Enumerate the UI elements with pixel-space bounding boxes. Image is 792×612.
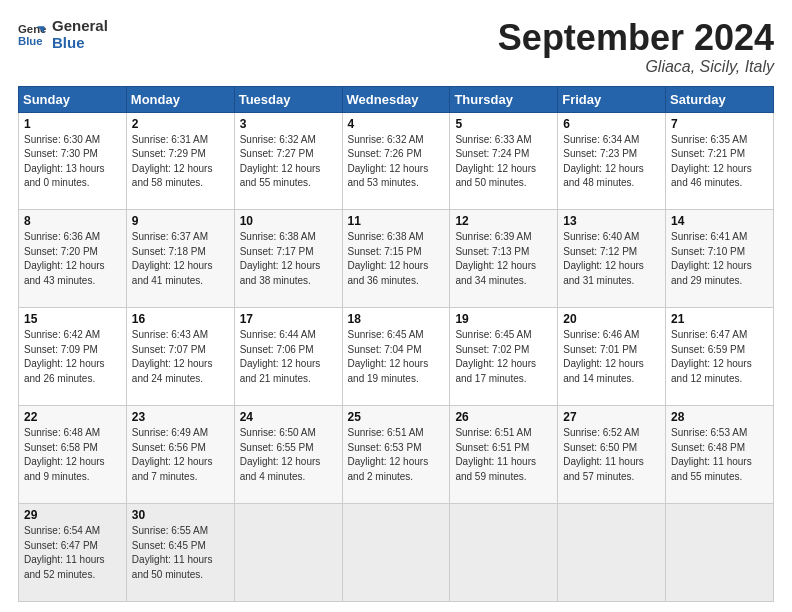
- calendar-cell: 6Sunrise: 6:34 AMSunset: 7:23 PMDaylight…: [558, 112, 666, 210]
- day-number: 23: [132, 410, 229, 424]
- calendar-cell: 30Sunrise: 6:55 AMSunset: 6:45 PMDayligh…: [126, 504, 234, 602]
- calendar-cell: 17Sunrise: 6:44 AMSunset: 7:06 PMDayligh…: [234, 308, 342, 406]
- day-number: 10: [240, 214, 337, 228]
- day-number: 13: [563, 214, 660, 228]
- calendar-cell: [234, 504, 342, 602]
- cell-content: Sunrise: 6:45 AMSunset: 7:04 PMDaylight:…: [348, 328, 445, 386]
- svg-text:Blue: Blue: [18, 34, 43, 46]
- cell-content: Sunrise: 6:45 AMSunset: 7:02 PMDaylight:…: [455, 328, 552, 386]
- logo-icon: General Blue: [18, 21, 46, 49]
- day-number: 1: [24, 117, 121, 131]
- col-header-saturday: Saturday: [666, 86, 774, 112]
- col-header-sunday: Sunday: [19, 86, 127, 112]
- day-number: 16: [132, 312, 229, 326]
- day-number: 6: [563, 117, 660, 131]
- day-number: 3: [240, 117, 337, 131]
- calendar-cell: 28Sunrise: 6:53 AMSunset: 6:48 PMDayligh…: [666, 406, 774, 504]
- page: General Blue General Blue September 2024…: [0, 0, 792, 612]
- day-number: 18: [348, 312, 445, 326]
- day-number: 11: [348, 214, 445, 228]
- calendar-cell: 11Sunrise: 6:38 AMSunset: 7:15 PMDayligh…: [342, 210, 450, 308]
- calendar-cell: 9Sunrise: 6:37 AMSunset: 7:18 PMDaylight…: [126, 210, 234, 308]
- cell-content: Sunrise: 6:33 AMSunset: 7:24 PMDaylight:…: [455, 133, 552, 191]
- cell-content: Sunrise: 6:55 AMSunset: 6:45 PMDaylight:…: [132, 524, 229, 582]
- calendar-cell: 24Sunrise: 6:50 AMSunset: 6:55 PMDayligh…: [234, 406, 342, 504]
- day-number: 4: [348, 117, 445, 131]
- day-number: 8: [24, 214, 121, 228]
- day-number: 30: [132, 508, 229, 522]
- calendar-cell: 23Sunrise: 6:49 AMSunset: 6:56 PMDayligh…: [126, 406, 234, 504]
- col-header-wednesday: Wednesday: [342, 86, 450, 112]
- cell-content: Sunrise: 6:38 AMSunset: 7:15 PMDaylight:…: [348, 230, 445, 288]
- calendar-cell: 14Sunrise: 6:41 AMSunset: 7:10 PMDayligh…: [666, 210, 774, 308]
- location: Gliaca, Sicily, Italy: [498, 58, 774, 76]
- calendar-cell: 22Sunrise: 6:48 AMSunset: 6:58 PMDayligh…: [19, 406, 127, 504]
- cell-content: Sunrise: 6:51 AMSunset: 6:51 PMDaylight:…: [455, 426, 552, 484]
- col-header-monday: Monday: [126, 86, 234, 112]
- calendar-cell: 16Sunrise: 6:43 AMSunset: 7:07 PMDayligh…: [126, 308, 234, 406]
- day-number: 26: [455, 410, 552, 424]
- day-number: 7: [671, 117, 768, 131]
- day-number: 12: [455, 214, 552, 228]
- cell-content: Sunrise: 6:30 AMSunset: 7:30 PMDaylight:…: [24, 133, 121, 191]
- cell-content: Sunrise: 6:54 AMSunset: 6:47 PMDaylight:…: [24, 524, 121, 582]
- cell-content: Sunrise: 6:43 AMSunset: 7:07 PMDaylight:…: [132, 328, 229, 386]
- day-number: 5: [455, 117, 552, 131]
- day-number: 25: [348, 410, 445, 424]
- cell-content: Sunrise: 6:36 AMSunset: 7:20 PMDaylight:…: [24, 230, 121, 288]
- cell-content: Sunrise: 6:38 AMSunset: 7:17 PMDaylight:…: [240, 230, 337, 288]
- cell-content: Sunrise: 6:52 AMSunset: 6:50 PMDaylight:…: [563, 426, 660, 484]
- cell-content: Sunrise: 6:35 AMSunset: 7:21 PMDaylight:…: [671, 133, 768, 191]
- calendar-cell: [666, 504, 774, 602]
- day-number: 27: [563, 410, 660, 424]
- day-number: 29: [24, 508, 121, 522]
- day-number: 19: [455, 312, 552, 326]
- month-title: September 2024: [498, 18, 774, 58]
- calendar-cell: 10Sunrise: 6:38 AMSunset: 7:17 PMDayligh…: [234, 210, 342, 308]
- day-number: 21: [671, 312, 768, 326]
- cell-content: Sunrise: 6:46 AMSunset: 7:01 PMDaylight:…: [563, 328, 660, 386]
- cell-content: Sunrise: 6:41 AMSunset: 7:10 PMDaylight:…: [671, 230, 768, 288]
- cell-content: Sunrise: 6:44 AMSunset: 7:06 PMDaylight:…: [240, 328, 337, 386]
- calendar-cell: 8Sunrise: 6:36 AMSunset: 7:20 PMDaylight…: [19, 210, 127, 308]
- cell-content: Sunrise: 6:50 AMSunset: 6:55 PMDaylight:…: [240, 426, 337, 484]
- calendar-cell: 13Sunrise: 6:40 AMSunset: 7:12 PMDayligh…: [558, 210, 666, 308]
- cell-content: Sunrise: 6:39 AMSunset: 7:13 PMDaylight:…: [455, 230, 552, 288]
- calendar-cell: 1Sunrise: 6:30 AMSunset: 7:30 PMDaylight…: [19, 112, 127, 210]
- calendar-cell: 2Sunrise: 6:31 AMSunset: 7:29 PMDaylight…: [126, 112, 234, 210]
- day-number: 14: [671, 214, 768, 228]
- calendar-cell: [450, 504, 558, 602]
- calendar-cell: 21Sunrise: 6:47 AMSunset: 6:59 PMDayligh…: [666, 308, 774, 406]
- logo-line2: Blue: [52, 35, 108, 52]
- day-number: 15: [24, 312, 121, 326]
- cell-content: Sunrise: 6:42 AMSunset: 7:09 PMDaylight:…: [24, 328, 121, 386]
- calendar-cell: 25Sunrise: 6:51 AMSunset: 6:53 PMDayligh…: [342, 406, 450, 504]
- day-number: 24: [240, 410, 337, 424]
- logo: General Blue General Blue: [18, 18, 108, 51]
- calendar-cell: 20Sunrise: 6:46 AMSunset: 7:01 PMDayligh…: [558, 308, 666, 406]
- calendar-cell: 18Sunrise: 6:45 AMSunset: 7:04 PMDayligh…: [342, 308, 450, 406]
- calendar-cell: [558, 504, 666, 602]
- calendar-cell: [342, 504, 450, 602]
- cell-content: Sunrise: 6:47 AMSunset: 6:59 PMDaylight:…: [671, 328, 768, 386]
- cell-content: Sunrise: 6:34 AMSunset: 7:23 PMDaylight:…: [563, 133, 660, 191]
- calendar-cell: 12Sunrise: 6:39 AMSunset: 7:13 PMDayligh…: [450, 210, 558, 308]
- day-number: 20: [563, 312, 660, 326]
- cell-content: Sunrise: 6:40 AMSunset: 7:12 PMDaylight:…: [563, 230, 660, 288]
- cell-content: Sunrise: 6:49 AMSunset: 6:56 PMDaylight:…: [132, 426, 229, 484]
- day-number: 9: [132, 214, 229, 228]
- cell-content: Sunrise: 6:37 AMSunset: 7:18 PMDaylight:…: [132, 230, 229, 288]
- day-number: 2: [132, 117, 229, 131]
- calendar-table: SundayMondayTuesdayWednesdayThursdayFrid…: [18, 86, 774, 602]
- title-block: September 2024 Gliaca, Sicily, Italy: [498, 18, 774, 76]
- cell-content: Sunrise: 6:51 AMSunset: 6:53 PMDaylight:…: [348, 426, 445, 484]
- calendar-cell: 5Sunrise: 6:33 AMSunset: 7:24 PMDaylight…: [450, 112, 558, 210]
- calendar-cell: 26Sunrise: 6:51 AMSunset: 6:51 PMDayligh…: [450, 406, 558, 504]
- calendar-cell: 3Sunrise: 6:32 AMSunset: 7:27 PMDaylight…: [234, 112, 342, 210]
- cell-content: Sunrise: 6:48 AMSunset: 6:58 PMDaylight:…: [24, 426, 121, 484]
- cell-content: Sunrise: 6:31 AMSunset: 7:29 PMDaylight:…: [132, 133, 229, 191]
- cell-content: Sunrise: 6:32 AMSunset: 7:26 PMDaylight:…: [348, 133, 445, 191]
- header: General Blue General Blue September 2024…: [18, 18, 774, 76]
- col-header-friday: Friday: [558, 86, 666, 112]
- calendar-cell: 19Sunrise: 6:45 AMSunset: 7:02 PMDayligh…: [450, 308, 558, 406]
